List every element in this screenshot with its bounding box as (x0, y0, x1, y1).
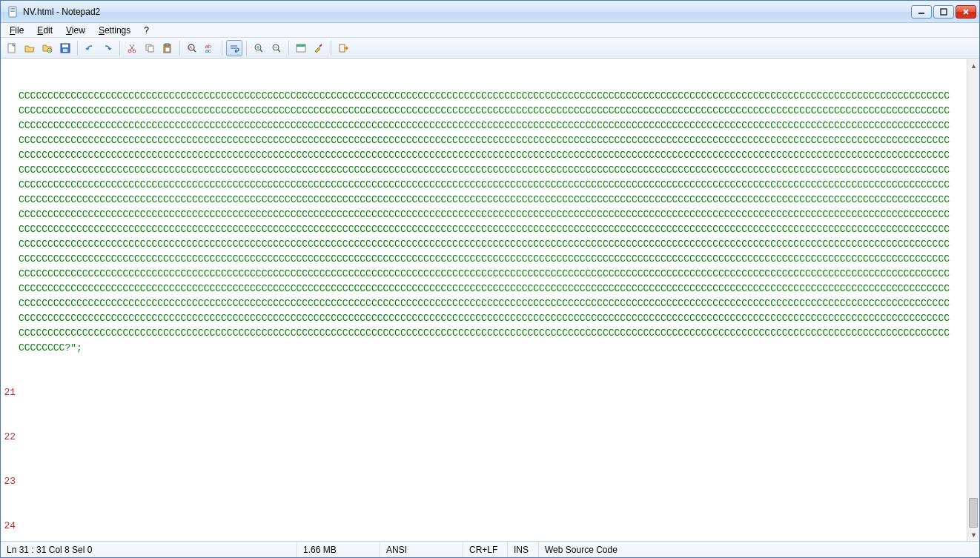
status-encoding[interactable]: ANSI (380, 542, 463, 557)
menu-view[interactable]: View (60, 24, 91, 37)
titlebar[interactable]: NV.html - Notepad2 (1, 1, 979, 23)
find-button[interactable]: A (184, 40, 200, 56)
word-wrap-button[interactable] (226, 40, 242, 56)
replace-button[interactable]: abac (202, 40, 218, 56)
toolbar-separator (246, 41, 247, 56)
line-number: 24 (1, 519, 19, 534)
status-insertmode[interactable]: INS (508, 542, 539, 557)
svg-rect-14 (148, 46, 153, 52)
svg-rect-10 (63, 49, 67, 52)
vertical-scrollbar[interactable]: ▲ ▼ (967, 59, 979, 541)
svg-rect-3 (10, 11, 15, 12)
menu-settings[interactable]: Settings (93, 24, 136, 37)
menubar: File Edit View Settings ? (1, 23, 979, 38)
new-file-button[interactable] (4, 40, 20, 56)
save-button[interactable] (57, 40, 73, 56)
status-eol[interactable]: CR+LF (463, 542, 508, 557)
statusbar: Ln 31 : 31 Col 8 Sel 0 1.66 MB ANSI CR+L… (1, 541, 979, 557)
undo-button[interactable] (82, 40, 98, 56)
copy-button[interactable] (142, 40, 158, 56)
toolbar-separator (331, 41, 331, 56)
code-editor[interactable]: CCCCCCCCCCCCCCCCCCCCCCCCCCCCCCCCCCCCCCCC… (1, 59, 967, 541)
status-filesize: 1.66 MB (297, 542, 380, 557)
toolbar-separator (77, 41, 78, 56)
window-controls (911, 5, 976, 19)
customize-button[interactable] (311, 40, 327, 56)
svg-text:ac: ac (205, 48, 211, 53)
svg-rect-5 (941, 9, 947, 15)
scheme-button[interactable] (293, 40, 309, 56)
zoom-in-button[interactable] (251, 40, 267, 56)
scroll-down-icon[interactable]: ▼ (967, 528, 979, 541)
editor-area: CCCCCCCCCCCCCCCCCCCCCCCCCCCCCCCCCCCCCCCC… (1, 59, 979, 541)
svg-rect-26 (340, 44, 345, 52)
svg-rect-17 (165, 47, 170, 52)
svg-rect-1 (10, 8, 15, 9)
exit-button[interactable] (335, 40, 351, 56)
minimize-button[interactable] (911, 5, 932, 19)
svg-text:A: A (189, 45, 192, 50)
svg-rect-2 (10, 10, 15, 10)
paste-button[interactable] (159, 40, 176, 56)
line-number: 23 (1, 474, 19, 489)
app-icon (7, 6, 19, 18)
toolbar-separator (179, 41, 180, 56)
window-title: NV.html - Notepad2 (23, 7, 911, 17)
svg-rect-25 (297, 44, 305, 47)
svg-rect-4 (918, 13, 924, 14)
toolbar-separator (119, 41, 120, 56)
status-position: Ln 31 : 31 Col 8 Sel 0 (1, 542, 297, 557)
maximize-button[interactable] (933, 5, 954, 19)
browse-button[interactable] (39, 40, 56, 56)
line-number: 21 (1, 385, 19, 400)
scroll-thumb[interactable] (969, 498, 978, 528)
menu-file[interactable]: File (4, 24, 30, 37)
zoom-out-button[interactable] (268, 40, 285, 56)
open-file-button[interactable] (21, 40, 38, 56)
menu-help[interactable]: ? (138, 24, 155, 37)
toolbar-separator (222, 41, 222, 56)
toolbar: A abac (1, 38, 979, 59)
toolbar-separator (288, 41, 289, 56)
cut-button[interactable] (124, 40, 140, 56)
status-language[interactable]: Web Source Code (539, 542, 979, 557)
scroll-up-icon[interactable]: ▲ (967, 59, 979, 72)
line-number: 22 (1, 430, 19, 445)
redo-button[interactable] (99, 40, 116, 56)
svg-rect-9 (62, 44, 68, 47)
close-button[interactable] (956, 5, 976, 19)
svg-rect-16 (165, 44, 169, 46)
menu-edit[interactable]: Edit (31, 24, 59, 37)
